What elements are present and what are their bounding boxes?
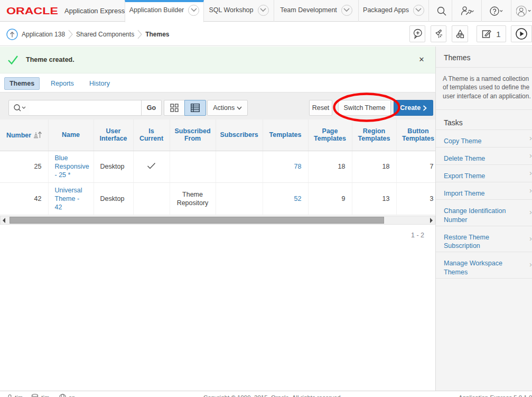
- svg-text:ORACLE: ORACLE: [6, 6, 58, 16]
